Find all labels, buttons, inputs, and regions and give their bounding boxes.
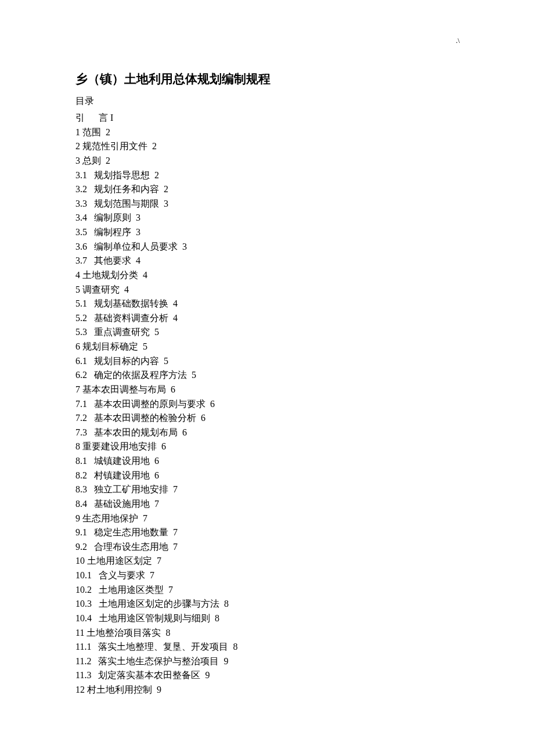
toc-header: 目录 [75, 95, 459, 107]
toc-entry: 11 土地整治项目落实 8 [75, 626, 459, 640]
toc-entry: 11.2 落实土地生态保护与整治项目 9 [75, 654, 459, 669]
document-title: 乡（镇）土地利用总体规划编制规程 [75, 71, 459, 87]
toc-entry: 7.3 基本农田的规划布局 6 [75, 426, 459, 440]
page-mark: .\ [456, 36, 460, 45]
toc-entry: 11.3 划定落实基本农田整备区 9 [75, 668, 459, 683]
toc-entry: 8.1 城镇建设用地 6 [75, 454, 459, 469]
toc-entry: 10.2 土地用途区类型 7 [75, 583, 459, 597]
toc-entry: 3.1 规划指导思想 2 [75, 168, 459, 183]
toc-entry: 8.3 独立工矿用地安排 7 [75, 483, 459, 497]
toc-entry: 9 生态用地保护 7 [75, 512, 459, 526]
toc-entry: 10.1 含义与要求 7 [75, 568, 459, 583]
toc-entry: 9.1 稳定生态用地数量 7 [75, 525, 459, 540]
toc-entry: 3.6 编制单位和人员要求 3 [75, 240, 459, 254]
toc-entry: 11.1 落实土地整理、复垦、开发项目 8 [75, 640, 459, 654]
toc-entry: 1 范围 2 [75, 125, 459, 140]
toc-entry: 7 基本农田调整与布局 6 [75, 383, 459, 397]
toc-entry: 9.2 合理布设生态用地 7 [75, 540, 459, 555]
toc-entry: 3.2 规划任务和内容 2 [75, 182, 459, 197]
toc-entry: 8 重要建设用地安排 6 [75, 440, 459, 454]
toc-entry: 6.2 确定的依据及程序方法 5 [75, 368, 459, 383]
toc-entry: 5.3 重点调查研究 5 [75, 325, 459, 340]
toc-entry: 3.5 编制程序 3 [75, 225, 459, 240]
toc-entry: 6 规划目标确定 5 [75, 340, 459, 354]
toc-entry: 7.2 基本农田调整的检验分析 6 [75, 411, 459, 426]
toc-entry: 10 土地用途区划定 7 [75, 554, 459, 568]
toc-entry: 10.4 土地用途区管制规则与细则 8 [75, 611, 459, 626]
toc-entry: 引 言 I [75, 111, 459, 125]
toc-entry: 3 总则 2 [75, 154, 459, 168]
toc-entry: 5.1 规划基础数据转换 4 [75, 297, 459, 311]
document-content: 乡（镇）土地利用总体规划编制规程 目录 引 言 I1 范围 22 规范性引用文件… [0, 0, 534, 732]
toc-entry: 12 村土地利用控制 9 [75, 683, 459, 697]
toc-entry: 7.1 基本农田调整的原则与要求 6 [75, 397, 459, 412]
table-of-contents: 引 言 I1 范围 22 规范性引用文件 23 总则 23.1 规划指导思想 2… [75, 111, 459, 697]
toc-entry: 2 规范性引用文件 2 [75, 139, 459, 154]
toc-entry: 8.4 基础设施用地 7 [75, 497, 459, 512]
toc-entry: 5.2 基础资料调查分析 4 [75, 311, 459, 326]
toc-entry: 8.2 村镇建设用地 6 [75, 469, 459, 483]
toc-entry: 3.3 规划范围与期限 3 [75, 197, 459, 211]
toc-entry: 3.4 编制原则 3 [75, 211, 459, 225]
toc-entry: 3.7 其他要求 4 [75, 254, 459, 268]
toc-entry: 4 土地规划分类 4 [75, 268, 459, 283]
toc-entry: 10.3 土地用途区划定的步骤与方法 8 [75, 597, 459, 611]
toc-entry: 5 调查研究 4 [75, 283, 459, 297]
toc-entry: 6.1 规划目标的内容 5 [75, 354, 459, 369]
